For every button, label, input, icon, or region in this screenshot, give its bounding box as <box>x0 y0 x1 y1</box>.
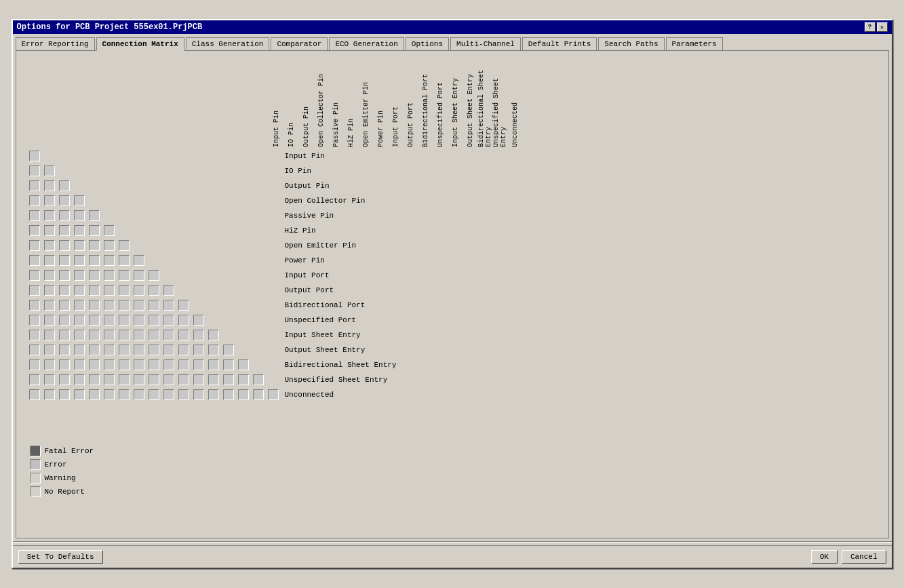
cell-box[interactable] <box>29 255 40 266</box>
cell-box[interactable] <box>59 225 70 236</box>
cell-box[interactable] <box>208 389 219 400</box>
cell-box[interactable] <box>223 389 234 400</box>
cell-box[interactable] <box>29 345 40 355</box>
cell-box[interactable] <box>74 240 85 251</box>
cell-box[interactable] <box>44 210 55 221</box>
cell-box[interactable] <box>44 240 55 251</box>
cell-box[interactable] <box>74 315 85 326</box>
cell-box[interactable] <box>104 270 115 281</box>
cell-box[interactable] <box>59 285 70 296</box>
cell-box[interactable] <box>89 359 100 370</box>
cell-box[interactable] <box>134 359 144 370</box>
cell-box[interactable] <box>208 330 219 340</box>
cell-box[interactable] <box>223 359 234 370</box>
cell-box[interactable] <box>149 270 159 281</box>
ok-button[interactable]: OK <box>811 550 838 564</box>
cell-box[interactable] <box>29 285 40 296</box>
cell-box[interactable] <box>44 330 55 340</box>
cell-box[interactable] <box>59 300 70 311</box>
cell-box[interactable] <box>208 345 219 355</box>
tab-default-prints[interactable]: Default Prints <box>522 37 597 51</box>
cell-box[interactable] <box>44 374 55 385</box>
cell-box[interactable] <box>44 255 55 266</box>
cell-box[interactable] <box>44 165 55 176</box>
cell-box[interactable] <box>44 195 55 206</box>
cell-box[interactable] <box>59 330 70 340</box>
set-defaults-button[interactable]: Set To Defaults <box>18 550 103 564</box>
cell-box[interactable] <box>119 359 130 370</box>
cell-box[interactable] <box>238 359 249 370</box>
cell-box[interactable] <box>29 315 40 326</box>
cell-box[interactable] <box>74 359 85 370</box>
cell-box[interactable] <box>74 300 85 311</box>
cell-box[interactable] <box>74 225 85 236</box>
cell-box[interactable] <box>74 195 85 206</box>
cell-box[interactable] <box>134 300 144 311</box>
cell-box[interactable] <box>29 180 40 191</box>
cell-box[interactable] <box>74 389 85 400</box>
tab-connection-matrix[interactable]: Connection Matrix <box>96 37 184 51</box>
cell-box[interactable] <box>74 330 85 340</box>
cell-box[interactable] <box>134 285 144 296</box>
cell-box[interactable] <box>149 359 159 370</box>
tab-eco-generation[interactable]: ECO Generation <box>329 37 404 51</box>
cell-box[interactable] <box>44 389 55 400</box>
cell-box[interactable] <box>29 151 40 161</box>
cell-box[interactable] <box>149 330 159 340</box>
cell-box[interactable] <box>238 374 249 385</box>
cell-box[interactable] <box>104 359 115 370</box>
cell-box[interactable] <box>104 330 115 340</box>
cell-box[interactable] <box>119 240 130 251</box>
tab-search-paths[interactable]: Search Paths <box>598 37 664 51</box>
cell-box[interactable] <box>134 374 144 385</box>
cell-box[interactable] <box>89 345 100 355</box>
cell-box[interactable] <box>29 225 40 236</box>
cell-box[interactable] <box>104 389 115 400</box>
cell-box[interactable] <box>119 389 130 400</box>
cell-box[interactable] <box>59 210 70 221</box>
cell-box[interactable] <box>59 389 70 400</box>
cell-box[interactable] <box>74 345 85 355</box>
cell-box[interactable] <box>193 315 204 326</box>
cell-box[interactable] <box>238 389 249 400</box>
cell-box[interactable] <box>89 240 100 251</box>
cell-box[interactable] <box>178 389 189 400</box>
cell-box[interactable] <box>149 315 159 326</box>
cell-box[interactable] <box>134 389 144 400</box>
cell-box[interactable] <box>119 315 130 326</box>
cell-box[interactable] <box>223 374 234 385</box>
cell-box[interactable] <box>74 210 85 221</box>
cell-box[interactable] <box>163 359 174 370</box>
cell-box[interactable] <box>134 315 144 326</box>
cell-box[interactable] <box>178 345 189 355</box>
cell-box[interactable] <box>29 330 40 340</box>
cell-box[interactable] <box>163 315 174 326</box>
cell-box[interactable] <box>149 285 159 296</box>
cell-box[interactable] <box>89 330 100 340</box>
cell-box[interactable] <box>89 255 100 266</box>
cell-box[interactable] <box>149 374 159 385</box>
cell-box[interactable] <box>89 285 100 296</box>
cell-box[interactable] <box>59 270 70 281</box>
cell-box[interactable] <box>29 240 40 251</box>
cell-box[interactable] <box>163 300 174 311</box>
cell-box[interactable] <box>59 255 70 266</box>
cell-box[interactable] <box>193 330 204 340</box>
tab-parameters[interactable]: Parameters <box>666 37 723 51</box>
cancel-button[interactable]: Cancel <box>842 550 886 564</box>
cell-box[interactable] <box>89 300 100 311</box>
cell-box[interactable] <box>104 315 115 326</box>
cell-box[interactable] <box>89 270 100 281</box>
cell-box[interactable] <box>59 180 70 191</box>
cell-box[interactable] <box>74 285 85 296</box>
cell-box[interactable] <box>104 240 115 251</box>
cell-box[interactable] <box>104 374 115 385</box>
tab-options[interactable]: Options <box>406 37 449 51</box>
cell-box[interactable] <box>29 300 40 311</box>
cell-box[interactable] <box>44 359 55 370</box>
cell-box[interactable] <box>44 285 55 296</box>
cell-box[interactable] <box>104 285 115 296</box>
cell-box[interactable] <box>29 270 40 281</box>
cell-box[interactable] <box>223 345 234 355</box>
cell-box[interactable] <box>208 374 219 385</box>
